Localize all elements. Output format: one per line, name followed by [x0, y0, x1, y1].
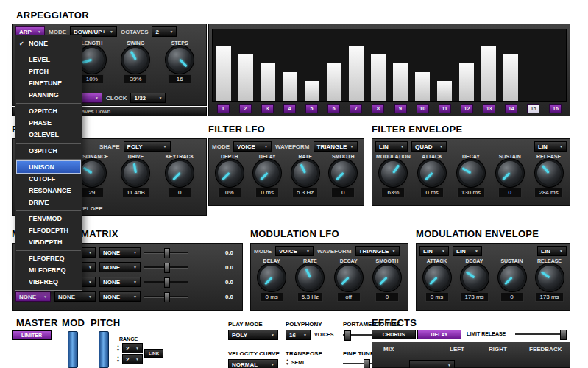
- step-bar[interactable]: [393, 63, 408, 101]
- steps-knob[interactable]: [168, 48, 191, 71]
- step-slot[interactable]: [544, 29, 566, 101]
- slider-handle[interactable]: [164, 277, 170, 288]
- sustain-knob[interactable]: [500, 266, 524, 289]
- slider-handle[interactable]: [560, 330, 567, 340]
- limit-release-slider[interactable]: [515, 330, 567, 339]
- step-number[interactable]: 8: [372, 104, 384, 113]
- menu-item-o2pitch[interactable]: O2PITCH: [15, 105, 82, 117]
- mod-lfo-waveform-dropdown[interactable]: TRIANGLE ▼: [355, 246, 400, 256]
- smooth-knob[interactable]: [375, 266, 399, 289]
- menu-item-phase[interactable]: PHASE: [15, 117, 82, 129]
- slider-handle[interactable]: [364, 359, 370, 368]
- step-slot[interactable]: [235, 29, 257, 101]
- menu-item-o3pitch[interactable]: O3PITCH: [15, 145, 82, 157]
- step-number[interactable]: 13: [483, 104, 495, 113]
- step-slot[interactable]: [323, 29, 345, 101]
- matrix-via-dropdown[interactable]: NONE▼: [54, 291, 96, 302]
- step-number[interactable]: 12: [461, 104, 473, 113]
- step-bar[interactable]: [503, 54, 518, 101]
- matrix-amount-slider[interactable]: [144, 277, 188, 286]
- rate-knob[interactable]: [298, 266, 322, 289]
- matrix-amount-slider[interactable]: [144, 292, 188, 301]
- menu-item-mlfofreq[interactable]: MLFOFREQ: [15, 264, 82, 276]
- matrix-target-dropdown[interactable]: NONE▼: [99, 291, 141, 302]
- step-bar[interactable]: [371, 54, 386, 101]
- decay-slope-dropdown[interactable]: LIN ▼: [453, 246, 482, 256]
- step-number[interactable]: 9: [394, 104, 407, 113]
- keytrack-knob[interactable]: [168, 161, 191, 185]
- matrix-source-dropdown[interactable]: NONE▼: [15, 291, 51, 302]
- step-number[interactable]: 16: [549, 104, 562, 113]
- slider-handle[interactable]: [164, 248, 170, 258]
- range-up-dropdown[interactable]: 2 ▼: [122, 343, 143, 353]
- step-number[interactable]: 3: [261, 104, 274, 113]
- resonance-knob[interactable]: [80, 161, 104, 185]
- step-number[interactable]: 6: [327, 104, 340, 113]
- step-bar[interactable]: [216, 46, 231, 101]
- velocity-curve-dropdown[interactable]: NORMAL ▼: [228, 359, 278, 368]
- slider-handle[interactable]: [164, 263, 170, 273]
- step-slot[interactable]: [478, 29, 500, 101]
- menu-item-flfodepth[interactable]: FLFODEPTH: [15, 224, 82, 236]
- matrix-amount-slider[interactable]: [144, 248, 188, 257]
- step-slot[interactable]: [500, 29, 522, 101]
- step-slot[interactable]: [345, 29, 367, 101]
- matrix-target-dropdown[interactable]: NONE▼: [99, 277, 141, 287]
- step-slot[interactable]: [279, 29, 301, 101]
- limiter-button[interactable]: LIMITER: [12, 330, 52, 340]
- menu-item-flfofreq[interactable]: FLFOFREQ: [15, 252, 82, 264]
- step-bar[interactable]: [349, 46, 364, 101]
- filter-shape-dropdown[interactable]: POLY ▼: [124, 141, 171, 152]
- stepper-arrows-icon[interactable]: ▲▼: [116, 344, 120, 352]
- step-number[interactable]: 15: [527, 104, 539, 113]
- step-number[interactable]: 4: [283, 104, 296, 113]
- step-number[interactable]: 11: [439, 104, 451, 113]
- range-down-dropdown[interactable]: 2 ▼: [122, 354, 143, 364]
- menu-item-finetune[interactable]: FINETUNE: [15, 77, 82, 89]
- release-knob[interactable]: [537, 161, 561, 185]
- stepper-arrows-icon[interactable]: ▲▼: [116, 355, 120, 363]
- link-button[interactable]: LINK: [144, 349, 163, 358]
- matrix-amount-slider[interactable]: [144, 263, 188, 272]
- modulation-knob[interactable]: [381, 161, 405, 185]
- attack-slope-dropdown[interactable]: LIN ▼: [375, 141, 408, 152]
- rate-knob[interactable]: [294, 161, 317, 185]
- step-bar[interactable]: [437, 81, 452, 101]
- swing-knob[interactable]: [124, 48, 147, 71]
- step-slot[interactable]: [257, 29, 279, 101]
- step-slot[interactable]: [213, 29, 235, 101]
- slider-handle[interactable]: [164, 292, 170, 302]
- step-bar[interactable]: [261, 63, 275, 101]
- menu-item-none[interactable]: NONE: [15, 38, 82, 49]
- depth-knob[interactable]: [218, 161, 241, 185]
- effects-partial-dropdown[interactable]: ▼: [409, 360, 455, 368]
- menu-item-cutoff[interactable]: CUTOFF: [15, 173, 82, 185]
- step-slot[interactable]: [433, 29, 456, 101]
- play-mode-dropdown[interactable]: POLY ▼: [228, 330, 278, 340]
- menu-item-level[interactable]: LEVEL: [15, 54, 82, 66]
- release-knob[interactable]: [538, 266, 562, 289]
- menu-item-o2level[interactable]: O2LEVEL: [15, 129, 82, 141]
- attack-knob[interactable]: [420, 161, 444, 185]
- pitch-wheel-slider[interactable]: [99, 331, 109, 368]
- arp-octaves-dropdown[interactable]: 2 ▼: [152, 26, 177, 37]
- step-bar[interactable]: [415, 72, 430, 101]
- step-number[interactable]: 7: [350, 104, 362, 113]
- chorus-tab-button[interactable]: CHORUS: [372, 330, 416, 339]
- decay-knob[interactable]: [463, 266, 486, 289]
- decay-knob[interactable]: [459, 161, 483, 185]
- step-bar[interactable]: [305, 81, 319, 101]
- menu-item-fenvmod[interactable]: FENVMOD: [15, 213, 82, 224]
- step-bar[interactable]: [238, 54, 253, 101]
- decay-slope-dropdown[interactable]: QUAD ▼: [411, 141, 447, 152]
- menu-item-unison[interactable]: UNISON: [17, 161, 80, 173]
- matrix-target-dropdown[interactable]: NONE▼: [99, 247, 141, 258]
- filter-lfo-waveform-dropdown[interactable]: TRIANGLE ▼: [314, 141, 358, 152]
- step-number[interactable]: 2: [239, 104, 252, 113]
- menu-item-vibdepth[interactable]: VIBDEPTH: [15, 236, 82, 248]
- drive-knob[interactable]: [124, 161, 147, 185]
- step-slot[interactable]: [367, 29, 389, 101]
- delay-tab-button[interactable]: DELAY: [417, 330, 461, 339]
- step-bar[interactable]: [327, 63, 341, 101]
- length-knob[interactable]: [80, 48, 104, 71]
